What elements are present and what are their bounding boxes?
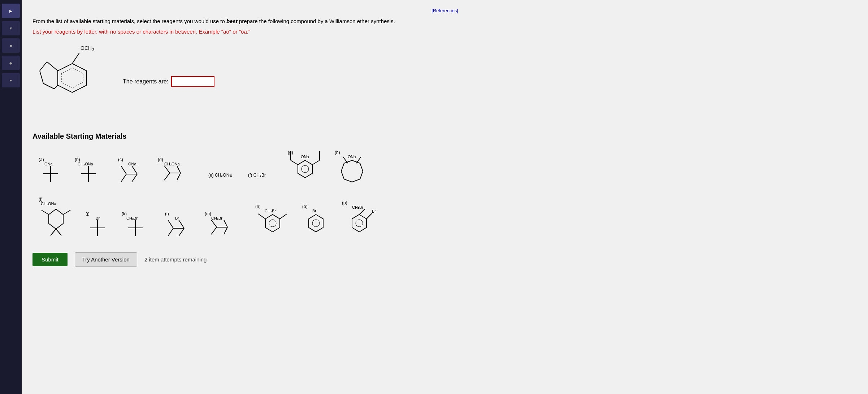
svg-text:(h): (h)	[335, 150, 340, 155]
svg-text:(k): (k)	[122, 211, 127, 216]
svg-text:Br: Br	[372, 209, 376, 213]
svg-text:ONa: ONa	[348, 155, 356, 159]
material-c: (c) ONa	[117, 157, 146, 186]
svg-line-38	[291, 160, 298, 165]
material-m: (m) CH₂Br	[204, 211, 244, 240]
material-f: (f) CH₃Br	[247, 171, 276, 186]
svg-line-81	[280, 214, 287, 219]
svg-line-51	[63, 210, 70, 215]
instructions-line2: List your reagents by letter, with no sp…	[32, 29, 857, 35]
svg-line-91	[359, 209, 365, 215]
svg-point-79	[269, 220, 276, 227]
svg-text:(a): (a)	[39, 157, 44, 162]
svg-line-71	[224, 220, 227, 227]
svg-text:(n): (n)	[255, 204, 261, 209]
material-n: (n) CH₂Br	[255, 204, 291, 240]
svg-text:3: 3	[92, 48, 94, 52]
svg-text:(b): (b)	[75, 157, 80, 162]
svg-line-2	[47, 62, 58, 71]
try-another-button[interactable]: Try Another Version	[75, 252, 137, 267]
sidebar-item-2[interactable]: ▼	[2, 21, 20, 35]
bottom-bar: Submit Try Another Version 2 item attemp…	[32, 249, 857, 267]
svg-text:ONa: ONa	[301, 155, 309, 159]
references-link[interactable]: [References]	[431, 8, 458, 13]
svg-text:(l): (l)	[165, 211, 169, 216]
svg-line-74	[211, 220, 217, 227]
svg-line-30	[164, 166, 170, 173]
attempts-text: 2 item attempts remaining	[144, 256, 207, 263]
svg-line-31	[164, 173, 170, 180]
material-g: (g) ONa	[287, 150, 323, 186]
svg-marker-1	[61, 68, 83, 88]
svg-line-4	[40, 71, 43, 83]
material-e: (e) CH₃ONa	[208, 171, 236, 186]
material-k: (k) CH₂Br	[121, 211, 153, 240]
target-compound-area: OCH 3 The reagents are:	[32, 42, 857, 121]
svg-line-24	[121, 174, 126, 182]
svg-line-20	[132, 166, 137, 174]
svg-point-85	[312, 220, 320, 227]
sidebar-item-1[interactable]: ▶	[2, 4, 20, 18]
svg-marker-44	[341, 160, 363, 182]
svg-line-28	[177, 173, 181, 180]
svg-text:Br: Br	[175, 216, 179, 220]
svg-text:(p): (p)	[342, 200, 347, 205]
svg-text:CH₂ONa: CH₂ONa	[78, 162, 93, 166]
svg-text:(o): (o)	[302, 204, 308, 209]
sidebar: ▶ ▼ ■ ◆ ●	[0, 0, 22, 394]
material-i: (i) CH₂ONa	[38, 196, 74, 240]
svg-text:(d): (d)	[158, 157, 163, 162]
sidebar-item-3[interactable]: ■	[2, 38, 20, 53]
svg-line-23	[121, 166, 126, 174]
svg-line-52	[51, 229, 56, 235]
svg-line-72	[224, 227, 227, 234]
material-o: (o) Br	[301, 204, 330, 240]
sidebar-item-4[interactable]: ◆	[2, 56, 20, 70]
material-a: (a) ONa	[38, 157, 63, 186]
svg-text:ONa: ONa	[128, 162, 137, 166]
submit-button[interactable]: Submit	[32, 253, 68, 266]
svg-text:(c): (c)	[118, 157, 123, 162]
material-b: (b) CH₂ONa	[74, 157, 107, 186]
svg-line-7	[72, 53, 79, 64]
svg-line-6	[54, 85, 58, 89]
svg-line-50	[42, 210, 49, 215]
svg-line-92	[366, 213, 372, 219]
svg-text:(m): (m)	[205, 211, 211, 216]
svg-line-27	[177, 166, 181, 173]
svg-line-21	[132, 174, 137, 182]
svg-text:(i): (i)	[39, 197, 43, 202]
svg-text:(e) CH₃ONa: (e) CH₃ONa	[208, 173, 232, 178]
svg-line-65	[179, 228, 184, 236]
svg-marker-36	[298, 160, 312, 178]
material-d: (d) CH₂ONa	[157, 157, 197, 186]
svg-line-46	[356, 157, 361, 163]
reagents-input[interactable]	[171, 76, 214, 87]
svg-text:CH₂Br: CH₂Br	[265, 209, 276, 213]
material-j: (j) Br	[85, 211, 110, 240]
reagents-label: The reagents are:	[123, 78, 168, 85]
svg-text:CH₂ONa: CH₂ONa	[41, 202, 56, 206]
svg-marker-89	[352, 215, 366, 232]
svg-line-5	[43, 83, 54, 89]
svg-line-80	[258, 214, 265, 219]
target-molecule-svg: OCH 3	[32, 42, 112, 121]
svg-text:OCH: OCH	[81, 45, 92, 51]
main-content: [References] From the list of available …	[22, 0, 868, 394]
svg-line-67	[168, 220, 173, 228]
svg-point-90	[356, 220, 363, 227]
svg-line-53	[56, 229, 61, 235]
svg-line-40	[312, 160, 320, 165]
material-p: (p) CH₂Br Br	[341, 200, 385, 240]
svg-text:CH₂Br: CH₂Br	[352, 205, 363, 209]
section-title: Available Starting Materials	[32, 132, 857, 140]
svg-text:CH₂Br: CH₂Br	[211, 216, 222, 220]
svg-text:CH₂Br: CH₂Br	[126, 216, 138, 220]
svg-text:Br: Br	[96, 216, 100, 220]
instructions-line1: From the list of available starting mate…	[32, 17, 857, 26]
svg-line-45	[343, 157, 348, 163]
svg-text:Br: Br	[312, 209, 316, 213]
sidebar-item-5[interactable]: ●	[2, 73, 20, 87]
svg-line-64	[179, 220, 184, 228]
material-l: (l) Br	[164, 211, 193, 240]
